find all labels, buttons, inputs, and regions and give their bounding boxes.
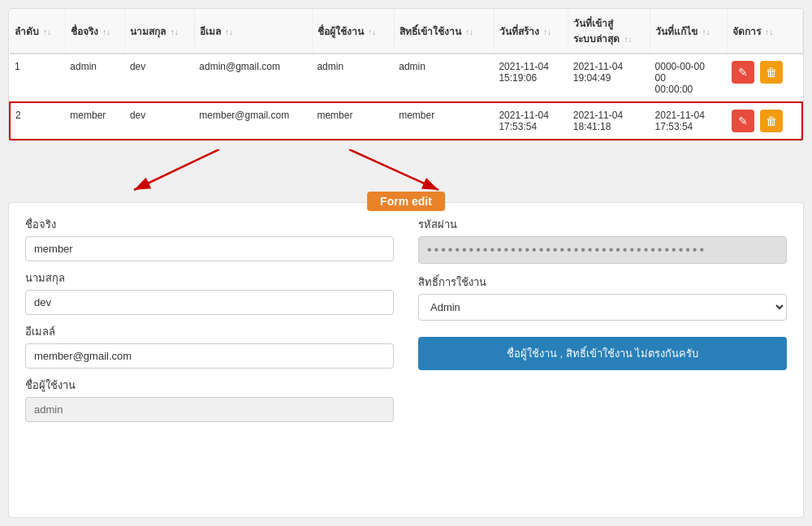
table-section: ลำดับ ↑↓ ชื่อจริง ↑↓ นามสกุล ↑↓ อีเมล ↑↓… <box>8 8 804 141</box>
cell-created: 2021-11-0417:53:54 <box>494 102 568 140</box>
svg-line-0 <box>134 149 219 190</box>
col-header-created: วันที่สร้าง ↑↓ <box>494 9 568 54</box>
col-header-email: อีเมล ↑↓ <box>194 9 312 54</box>
form-grid: ชื่อจริง นามสกุล อีเมลล์ ชื่อผู้ใช้งาน <box>25 216 787 422</box>
col-header-lastname: นามสกุล ↑↓ <box>125 9 194 54</box>
cell-updated: 0000-00-000000:00:00 <box>650 54 728 102</box>
role-label: สิทธิ์การใช้งาน <box>418 274 787 291</box>
firstname-label: ชื่อจริง <box>25 216 394 233</box>
cell-username: member <box>312 102 394 140</box>
col-header-role: สิทธิ์เข้าใช้งาน ↑↓ <box>394 9 494 54</box>
cell-lastname: dev <box>125 102 194 140</box>
firstname-group: ชื่อจริง <box>25 216 394 261</box>
sort-icon-email: ↑↓ <box>225 28 233 37</box>
password-label: รหัสผ่าน <box>418 216 787 233</box>
col-header-username: ชื่อผู้ใช้งาน ↑↓ <box>312 9 394 54</box>
cell-firstname: member <box>65 102 125 140</box>
arrows-svg <box>8 149 804 194</box>
cell-actions: ✎ 🗑 <box>727 54 802 102</box>
sort-icon-created: ↑↓ <box>543 28 551 37</box>
cell-role: member <box>394 102 494 140</box>
email-group: อีเมลล์ <box>25 323 394 369</box>
users-table: ลำดับ ↑↓ ชื่อจริง ↑↓ นามสกุล ↑↓ อีเมล ↑↓… <box>9 9 803 140</box>
connector-arrows <box>8 149 804 194</box>
col-header-updated: วันที่แก้ไข ↑↓ <box>650 9 728 54</box>
col-header-id: ลำดับ ↑↓ <box>10 9 65 54</box>
cell-username: admin <box>312 54 394 102</box>
cell-role: admin <box>394 54 494 102</box>
sort-icon-lastlogin: ↑↓ <box>624 35 633 44</box>
cell-lastlogin: 2021-11-0419:04:49 <box>568 54 650 102</box>
username-label: ชื่อผู้ใช้งาน <box>25 377 394 394</box>
username-group: ชื่อผู้ใช้งาน <box>25 377 394 422</box>
error-message: ชื่อผู้ใช้งาน , สิทธิ์เข้าใช้งาน ไม่ตรงก… <box>418 337 787 370</box>
cell-id: 1 <box>10 54 65 102</box>
sort-icon-lastname: ↑↓ <box>171 28 179 37</box>
table-row: 2 member dev member@gmail.com member mem… <box>10 102 802 140</box>
firstname-input[interactable] <box>25 236 394 261</box>
lastname-input[interactable] <box>25 290 394 315</box>
username-input[interactable] <box>25 397 394 422</box>
table-row: 1 admin dev admin@gmail.com admin admin … <box>10 54 802 102</box>
edit-button-row2[interactable]: ✎ <box>732 110 754 132</box>
edit-button[interactable]: ✎ <box>732 61 754 84</box>
sort-icon-firstname: ↑↓ <box>102 28 110 37</box>
cell-lastlogin: 2021-11-0418:41:18 <box>568 102 650 140</box>
cell-email: member@gmail.com <box>194 102 312 140</box>
col-header-actions: จัดการ ↑↓ <box>727 9 802 54</box>
email-label: อีเมลล์ <box>25 323 394 340</box>
form-edit-badge: Form edit <box>367 192 445 211</box>
delete-button-row2[interactable]: 🗑 <box>760 110 783 132</box>
svg-line-1 <box>349 149 438 190</box>
email-input[interactable] <box>25 343 394 369</box>
role-select[interactable]: Admin Member <box>418 294 787 321</box>
cell-email: admin@gmail.com <box>194 54 312 102</box>
sort-icon-actions: ↑↓ <box>765 28 773 37</box>
delete-button[interactable]: 🗑 <box>760 61 783 84</box>
sort-icon-role: ↑↓ <box>465 28 473 37</box>
cell-updated: 2021-11-0417:53:54 <box>650 102 728 140</box>
role-group: สิทธิ์การใช้งาน Admin Member <box>418 274 787 321</box>
cell-id: 2 <box>10 102 65 140</box>
form-left-col: ชื่อจริง นามสกุล อีเมลล์ ชื่อผู้ใช้งาน <box>25 216 394 422</box>
col-header-firstname: ชื่อจริง ↑↓ <box>65 9 125 54</box>
cell-firstname: admin <box>65 54 125 102</box>
sort-icon-username: ↑↓ <box>368 28 376 37</box>
lastname-label: นามสกุล <box>25 269 394 287</box>
main-container: ลำดับ ↑↓ ชื่อจริง ↑↓ นามสกุล ↑↓ อีเมล ↑↓… <box>0 0 812 526</box>
password-group: รหัสผ่าน <box>418 216 787 264</box>
sort-icon-updated: ↑↓ <box>702 28 710 37</box>
form-right-col: รหัสผ่าน สิทธิ์การใช้งาน Admin Member ชื… <box>418 216 787 422</box>
password-input[interactable] <box>418 236 787 264</box>
lastname-group: นามสกุล <box>25 269 394 315</box>
cell-lastname: dev <box>125 54 194 102</box>
col-header-lastlogin: วันที่เข้าสู่ระบบล่าสุด ↑↓ <box>568 9 650 54</box>
cell-actions: ✎ 🗑 <box>727 102 802 140</box>
cell-created: 2021-11-0415:19:06 <box>494 54 568 102</box>
sort-icon-id: ↑↓ <box>43 28 51 37</box>
form-section: Form edit ชื่อจริง นามสกุล อีเมลล์ ชื่อผ… <box>8 202 804 518</box>
